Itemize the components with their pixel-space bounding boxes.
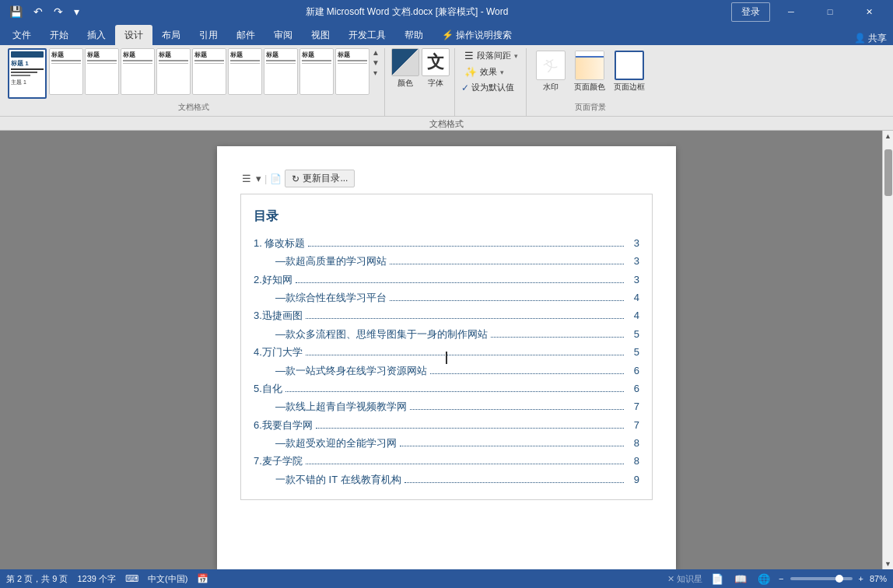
tab-file[interactable]: 文件 — [3, 25, 40, 45]
style-item-7[interactable]: 标题 — [264, 48, 298, 95]
maximize-button[interactable]: □ — [812, 0, 848, 23]
toc-entry[interactable]: —款超受欢迎的全能学习网 8 — [254, 434, 639, 452]
theme-scroll-arrows[interactable]: ▲ ▼ ▾ — [372, 48, 380, 78]
redo-icon[interactable]: ↷ — [51, 4, 66, 19]
zoom-thumb[interactable] — [835, 575, 843, 583]
style-item-2[interactable]: 标题 — [85, 48, 119, 95]
watermark-icon: 文 — [536, 51, 566, 80]
minimize-button[interactable]: ─ — [773, 0, 809, 23]
customize-icon[interactable]: ▾ — [71, 4, 82, 19]
tab-view[interactable]: 视图 — [302, 25, 339, 45]
tab-developer[interactable]: 开发工具 — [339, 25, 395, 45]
ribbon-group-spacing: ☰ 段落间距 ▾ ✨ 效果 ▾ ✓ 设为默认值 — [457, 48, 527, 116]
colors-button[interactable] — [391, 48, 419, 76]
effects-button[interactable]: ✨ 效果 ▾ — [461, 65, 521, 79]
tab-review[interactable]: 审阅 — [264, 25, 302, 45]
toc-entry[interactable]: 6.我要自学网 7 — [254, 416, 639, 434]
zoom-plus-button[interactable]: + — [859, 574, 863, 583]
toc-entry[interactable]: 一款不错的 IT 在线教育机构 9 — [254, 471, 639, 488]
tab-start[interactable]: 开始 — [40, 25, 78, 45]
web-view-button[interactable]: 🌐 — [755, 573, 772, 585]
scroll-down-arrow[interactable]: ▼ — [883, 558, 894, 569]
style-item-8[interactable]: 标题 — [299, 48, 334, 95]
ribbon-group-themes: 标题 1 主题 1 标题 标题 标题 — [3, 48, 385, 116]
toc-entry[interactable]: 1. 修改标题 3 — [254, 234, 639, 252]
doc-content-area[interactable] — [240, 500, 653, 531]
word-count: 1239 个字 — [77, 573, 116, 585]
tab-help[interactable]: 帮助 — [395, 25, 432, 45]
toc-toolbar: ☰ ▾ | 📄 ↻ 更新目录... — [240, 170, 653, 187]
spacing-content: ☰ 段落间距 ▾ ✨ 效果 ▾ ✓ 设为默认值 — [461, 48, 521, 114]
style-item-1[interactable]: 标题 — [49, 48, 83, 95]
zoom-level: 87% — [870, 574, 887, 583]
status-bar: 第 2 页，共 9 页 1239 个字 ⌨ 中文(中国) 📅 ✕ 知识星 📄 📖… — [0, 569, 893, 588]
toc-entry[interactable]: —款一站式终身在线学习资源网站 6 — [254, 362, 639, 380]
tab-search[interactable]: ⚡ 操作说明搜索 — [432, 25, 521, 45]
login-button[interactable]: 登录 — [731, 2, 770, 22]
page-info: 第 2 页，共 9 页 — [6, 573, 68, 585]
page-border-button[interactable]: 页面边框 — [611, 48, 648, 95]
toc-menu-icon[interactable]: ☰ — [240, 171, 253, 186]
title-bar: 💾 ↶ ↷ ▾ 新建 Microsoft Word 文档.docx [兼容模式]… — [0, 0, 893, 23]
toc-entry[interactable]: —款线上超青自学视频教学网 7 — [254, 397, 639, 415]
colors-fonts-content: 颜色 文 字体 — [391, 48, 450, 114]
tab-design[interactable]: 设计 — [115, 25, 152, 45]
calendar-icon: 📅 — [197, 573, 208, 584]
page-color-button[interactable]: 页面颜色 — [571, 48, 608, 95]
style-item-4[interactable]: 标题 — [156, 48, 191, 95]
page-color-icon — [575, 51, 604, 80]
title-bar-title: 新建 Microsoft Word 文档.docx [兼容模式] - Word — [82, 5, 731, 19]
tab-insert[interactable]: 插入 — [78, 25, 115, 45]
toc-refresh-button[interactable]: ↻ 更新目录... — [285, 170, 355, 187]
watermark-button[interactable]: 文 水印 — [533, 48, 569, 95]
toc-entry[interactable]: —款众多流程图、思维导图集于一身的制作网站 5 — [254, 325, 639, 343]
scroll-thumb[interactable] — [884, 149, 892, 196]
toc-box: 目录 1. 修改标题 3—款超高质量的学习网站 32.好知网 3—款综合性在线学… — [240, 194, 653, 500]
undo-icon[interactable]: ↶ — [30, 4, 46, 19]
toc-dropdown-icon[interactable]: ▾ — [256, 173, 261, 184]
zoom-minus-button[interactable]: − — [779, 574, 783, 583]
toc-entry[interactable]: —款超高质量的学习网站 3 — [254, 252, 639, 270]
ribbon-group-page-bg: 文 水印 页面颜色 页面边框 页面背景 — [528, 48, 653, 116]
print-view-button[interactable]: 📄 — [709, 573, 726, 585]
toc-entry[interactable]: 2.好知网 3 — [254, 271, 639, 289]
zoom-slider[interactable] — [790, 577, 853, 580]
style-item-5[interactable]: 标题 — [192, 48, 226, 95]
tab-references[interactable]: 引用 — [190, 25, 227, 45]
set-default-button[interactable]: ✓ 设为默认值 — [461, 81, 521, 94]
title-bar-right: 登录 ─ □ ✕ — [731, 0, 887, 23]
ribbon-tabs: 文件 开始 插入 设计 布局 引用 邮件 审阅 视图 开发工具 帮助 ⚡ 操作说… — [0, 23, 893, 45]
language: 中文(中国) — [148, 573, 187, 585]
v-scrollbar[interactable]: ▲ ▼ — [882, 131, 893, 569]
toc-entry[interactable]: —款综合性在线学习平台 4 — [254, 289, 639, 306]
colors-label: 颜色 — [397, 78, 413, 89]
read-view-button[interactable]: 📖 — [732, 573, 749, 585]
toc-doc-icon[interactable]: 📄 — [270, 173, 282, 184]
save-icon[interactable]: 💾 — [6, 4, 26, 19]
toc-entry[interactable]: 7.麦子学院 8 — [254, 452, 639, 470]
style-item-3[interactable]: 标题 — [121, 48, 155, 95]
tab-mailings[interactable]: 邮件 — [227, 25, 264, 45]
tab-layout[interactable]: 布局 — [152, 25, 190, 45]
text-cursor — [446, 352, 447, 364]
ribbon-content: 标题 1 主题 1 标题 标题 标题 — [0, 45, 893, 117]
style-item-6[interactable]: 标题 — [228, 48, 262, 95]
style-item-9[interactable]: 标题 — [335, 48, 369, 95]
refresh-icon: ↻ — [292, 173, 299, 184]
theme-item-main[interactable]: 标题 1 主题 1 — [8, 48, 47, 99]
ribbon-bottom-label: 文档格式 — [0, 117, 893, 131]
scroll-up-arrow[interactable]: ▲ — [883, 131, 894, 142]
toc-entry[interactable]: 3.迅捷画图 4 — [254, 306, 639, 324]
fonts-button[interactable]: 文 — [422, 48, 450, 76]
para-spacing-button[interactable]: ☰ 段落间距 ▾ — [461, 48, 521, 63]
toc-entry[interactable]: 5.自化 6 — [254, 380, 639, 397]
share-button[interactable]: 👤 共享 — [854, 32, 887, 45]
doc-area: ☰ ▾ | 📄 ↻ 更新目录... 目录 1. 修改标题 3—款超高质量的学习网… — [0, 131, 893, 569]
input-icon: ⌨ — [125, 573, 138, 584]
toc-title: 目录 — [254, 205, 639, 228]
close-button[interactable]: ✕ — [851, 0, 887, 23]
page-background-label: 页面背景 — [528, 102, 653, 113]
scroll-track[interactable] — [883, 142, 893, 558]
doc-page: ☰ ▾ | 📄 ↻ 更新目录... 目录 1. 修改标题 3—款超高质量的学习网… — [217, 146, 676, 569]
toc-separator: | — [264, 173, 267, 184]
